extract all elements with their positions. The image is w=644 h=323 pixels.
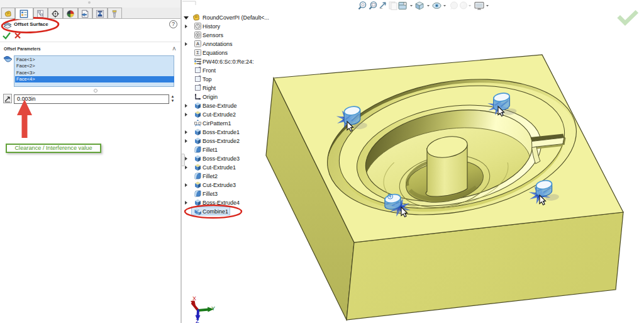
svg-text:X: X [192,295,196,302]
svg-text:Z: Z [196,318,199,323]
svg-text:Y: Y [211,305,215,312]
